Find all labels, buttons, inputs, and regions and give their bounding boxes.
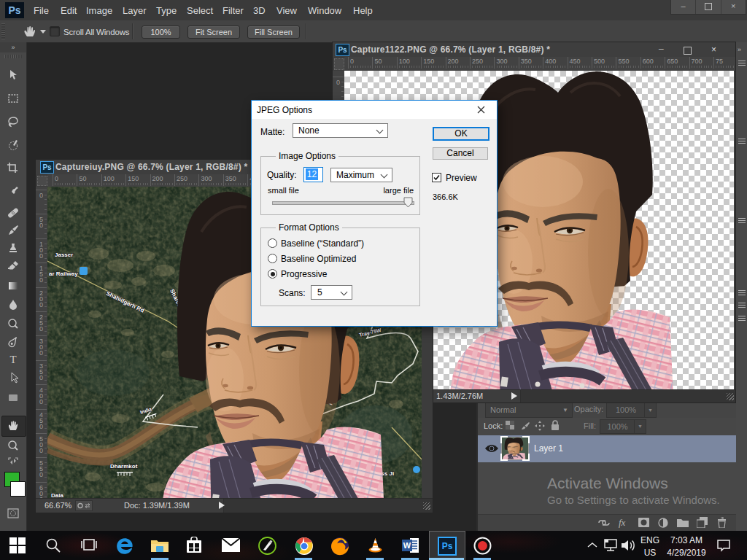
- svg-text:T: T: [9, 354, 16, 365]
- svg-text:W: W: [403, 541, 411, 550]
